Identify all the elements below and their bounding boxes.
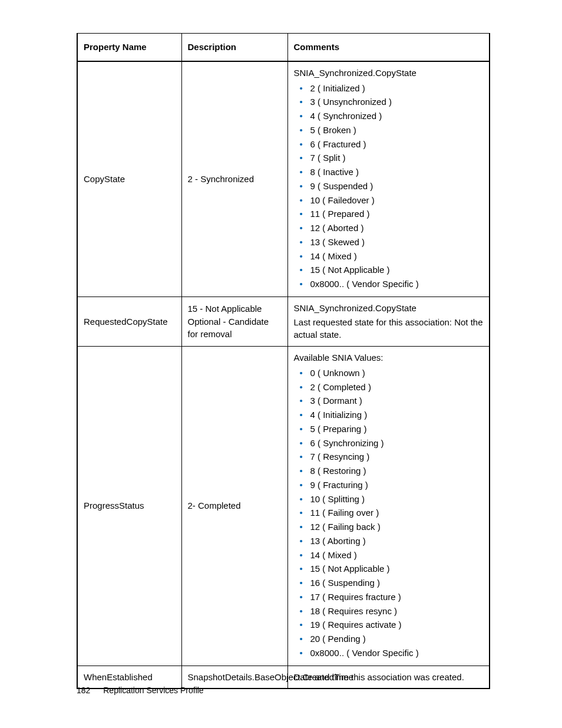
prop-desc: 15 - Not Applicable Optional - Candidate… <box>181 297 287 346</box>
table-row: ProgressStatus 2- Completed Available SN… <box>77 347 490 666</box>
list-item: 8 ( Inactive ) <box>310 166 484 179</box>
list-item: 10 ( Failedover ) <box>310 194 484 207</box>
prop-name: CopyState <box>77 61 181 297</box>
list-item: 7 ( Resyncing ) <box>310 450 484 463</box>
list-item: 10 ( Splitting ) <box>310 493 484 506</box>
list-item: 6 ( Synchronizing ) <box>310 437 484 450</box>
list-item: 13 ( Aborting ) <box>310 535 484 548</box>
desc-line: 15 - Not Applicable <box>188 302 282 315</box>
prop-comments: SNIA_Synchronized.CopyState Last request… <box>287 297 490 346</box>
table-row: RequestedCopyState 15 - Not Applicable O… <box>77 297 490 346</box>
list-item: 2 ( Initialized ) <box>310 82 484 95</box>
list-item: 4 ( Synchronized ) <box>310 110 484 123</box>
list-item: 9 ( Fracturing ) <box>310 479 484 492</box>
list-item: 11 ( Prepared ) <box>310 207 484 220</box>
list-item: 0x8000.. ( Vendor Specific ) <box>310 647 484 660</box>
prop-comments: Date and time this association was creat… <box>287 666 490 689</box>
list-item: 16 ( Suspending ) <box>310 577 484 589</box>
desc-line: Optional - Candidate for removal <box>188 315 282 341</box>
list-item: 15 ( Not Applicable ) <box>310 562 484 575</box>
prop-desc: 2 - Synchronized <box>181 61 287 297</box>
comments-lead: SNIA_Synchronized.CopyState <box>294 67 484 80</box>
list-item: 12 ( Aborted ) <box>310 222 484 235</box>
list-item: 0 ( Unknown ) <box>310 367 484 380</box>
prop-name: RequestedCopyState <box>77 297 181 346</box>
list-item: 12 ( Failing back ) <box>310 521 484 533</box>
list-item: 11 ( Failing over ) <box>310 506 484 519</box>
col-header-description: Description <box>181 34 287 61</box>
list-item: 17 ( Requires fracture ) <box>310 591 484 604</box>
list-item: 18 ( Requires resync ) <box>310 605 484 618</box>
list-item: 3 ( Unsynchronized ) <box>310 95 484 108</box>
list-item: 5 ( Preparing ) <box>310 423 484 436</box>
comments-text: Last requested state for this associatio… <box>294 316 484 342</box>
table-row: CopyState 2 - Synchronized SNIA_Synchron… <box>77 61 490 297</box>
list-item: 0x8000.. ( Vendor Specific ) <box>310 278 484 291</box>
list-item: 7 ( Split ) <box>310 151 484 164</box>
prop-comments: Available SNIA Values: 0 ( Unknown ) 2 (… <box>287 347 490 666</box>
section-title: Replication Services Profile <box>103 686 203 695</box>
col-header-property-name: Property Name <box>77 34 181 61</box>
list-item: 2 ( Completed ) <box>310 381 484 394</box>
prop-desc: 2- Completed <box>181 347 287 666</box>
list-item: 8 ( Restoring ) <box>310 465 484 477</box>
list-item: 6 ( Fractured ) <box>310 138 484 151</box>
list-item: 15 ( Not Applicable ) <box>310 263 484 276</box>
comments-lead: SNIA_Synchronized.CopyState <box>294 302 484 315</box>
list-item: 5 ( Broken ) <box>310 124 484 137</box>
prop-name: ProgressStatus <box>77 347 181 666</box>
value-list: 0 ( Unknown ) 2 ( Completed ) 3 ( Dorman… <box>294 367 484 660</box>
prop-comments: SNIA_Synchronized.CopyState 2 ( Initiali… <box>287 61 490 297</box>
list-item: 4 ( Initializing ) <box>310 409 484 421</box>
list-item: 9 ( Suspended ) <box>310 180 484 193</box>
property-table: Property Name Description Comments CopyS… <box>77 33 490 689</box>
list-item: 14 ( Mixed ) <box>310 549 484 562</box>
comments-lead: Available SNIA Values: <box>294 351 484 364</box>
list-item: 19 ( Requires activate ) <box>310 618 484 631</box>
col-header-comments: Comments <box>287 34 490 61</box>
list-item: 20 ( Pending ) <box>310 633 484 645</box>
list-item: 13 ( Skewed ) <box>310 236 484 249</box>
list-item: 14 ( Mixed ) <box>310 250 484 263</box>
list-item: 3 ( Dormant ) <box>310 394 484 407</box>
page-footer: 182 Replication Services Profile <box>77 686 204 695</box>
page-number: 182 <box>77 686 90 695</box>
value-list: 2 ( Initialized ) 3 ( Unsynchronized ) 4… <box>294 82 484 291</box>
